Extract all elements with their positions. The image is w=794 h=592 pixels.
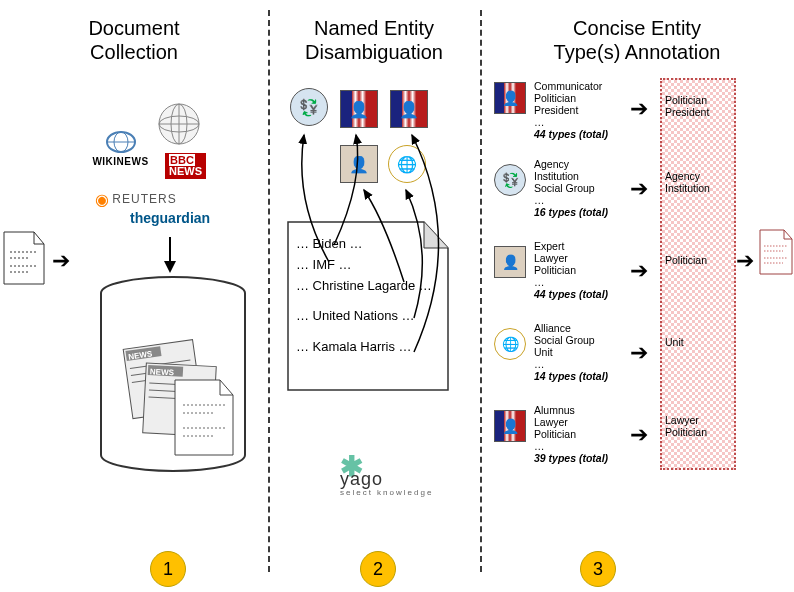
un-types: Alliance Social Group Unit … 14 types (t… [534,322,608,382]
type: Lawyer [534,416,608,428]
type: … [534,440,608,452]
imf-thumb: 💱 [494,164,526,196]
arrow-icon: ➔ [630,96,648,122]
lagarde-types: Expert Lawyer Politician … 44 types (tot… [534,240,608,300]
result-type: Institution [665,182,731,194]
harris-photo-icon: 👤 [390,90,428,128]
lagarde-photo-icon: 👤 [340,145,378,183]
stage-1-title: Document Collection [0,0,268,64]
type: President [534,104,608,116]
type: Communicator [534,80,608,92]
type: … [534,358,608,370]
guardian-logo: theguardian [130,210,210,226]
type: Agency [534,158,608,170]
un-logo-icon: 🌐 [388,145,426,183]
newspapers-icon: NEWS NEWS [115,320,235,460]
type-total: 44 types (total) [534,128,608,140]
type: Institution [534,170,608,182]
bbc-news-logo: BBC NEWS [165,153,206,179]
result-type: President [665,106,731,118]
type-total: 39 types (total) [534,452,608,464]
step-number: 3 [593,559,603,580]
type: Lawyer [534,252,608,264]
type: Politician [534,264,608,276]
type: Alumnus [534,404,608,416]
step-number: 1 [163,559,173,580]
harris-thumb: 👤 [494,410,526,442]
news-text: NEWS [169,165,202,177]
arrow-icon: ➔ [630,258,648,284]
arrow-icon: ➔ [630,422,648,448]
type: Politician [534,428,608,440]
type: Alliance [534,322,608,334]
stage-2-title: Named Entity Disambiguation [268,0,480,64]
arrow-icon: ➔ [52,248,70,274]
step-2-circle: 2 [360,551,396,587]
arrow-icon: ➔ [736,248,754,274]
type: Social Group [534,334,608,346]
title-text: Concise Entity [573,17,701,39]
mention-lagarde: … Christine Lagarde … [296,276,432,297]
output-document-icon [758,228,794,278]
type-total: 44 types (total) [534,288,608,300]
result-type: Lawyer [665,414,731,426]
title-text: Disambiguation [305,41,443,63]
result-column: Politician President Agency Institution … [660,78,736,470]
arrow-icon: ➔ [630,340,648,366]
type: … [534,276,608,288]
biden-photo-icon: 👤 [340,90,378,128]
result-type: Politician [665,254,731,266]
document-mentions: … Biden … … IMF … … Christine Lagarde … … [296,234,432,358]
type: … [534,194,608,206]
result-type: Politician [665,426,731,438]
result-type: Politician [665,94,731,106]
type: Politician [534,92,608,104]
type-total: 16 types (total) [534,206,608,218]
title-text: Named Entity [314,17,434,39]
wikipedia-globe-icon [155,100,203,148]
mention-imf: … IMF … [296,255,432,276]
wikinews-logo: WIKINEWS [78,130,163,167]
type-total: 14 types (total) [534,370,608,382]
type: Unit [534,346,608,358]
biden-types: Communicator Politician President … 44 t… [534,80,608,140]
stage-3: Concise Entity Type(s) Annotation [480,0,794,592]
news-label-b: NEWS [150,367,175,377]
harris-types: Alumnus Lawyer Politician … 39 types (to… [534,404,608,464]
step-number: 2 [373,559,383,580]
stage-3-title: Concise Entity Type(s) Annotation [480,0,794,64]
result-type: Unit [665,336,731,348]
mention-un: … United Nations … [296,306,432,327]
arrow-down-icon [160,235,180,275]
biden-thumb: 👤 [494,82,526,114]
reuters-logo: ◉ REUTERS [95,190,177,209]
step-1-circle: 1 [150,551,186,587]
arrow-icon: ➔ [630,176,648,202]
type: … [534,116,608,128]
imf-logo-icon: 💱 [290,88,328,126]
type: Social Group [534,182,608,194]
mention-biden: … Biden … [296,234,432,255]
yago-subtitle: select knowledge [340,488,433,497]
title-text: Type(s) Annotation [554,41,721,63]
un-thumb: 🌐 [494,328,526,360]
step-3-circle: 3 [580,551,616,587]
svg-marker-13 [164,261,176,273]
result-type: Agency [665,170,731,182]
type: Expert [534,240,608,252]
guardian-text: theguardian [130,210,210,226]
reuters-text: REUTERS [112,192,176,206]
lagarde-thumb: 👤 [494,246,526,278]
yago-text: yago [340,469,383,489]
wikinews-text: WIKINEWS [92,156,148,167]
imf-types: Agency Institution Social Group … 16 typ… [534,158,608,218]
yago-logo: ✱ yago select knowledge [340,450,433,513]
title-text: Document [88,17,179,39]
mention-harris: … Kamala Harris … [296,337,432,358]
input-document-icon [0,230,48,288]
title-text: Collection [90,41,178,63]
